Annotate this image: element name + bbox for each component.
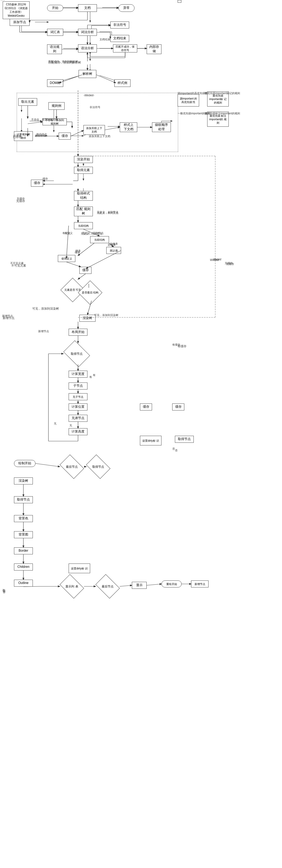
outline-node: Outline [14, 580, 33, 587]
svg-line-111 [120, 585, 132, 586]
svg-line-20 [62, 75, 81, 81]
rule-node: 规则例 [49, 102, 65, 110]
svg-text:无: 无 [54, 422, 57, 425]
render-tree-node: 渲染树 [80, 315, 96, 322]
syntax-analysis-node: 词法分析 [78, 29, 97, 36]
sibling-node: 兄弟节点 [69, 415, 88, 422]
svg-line-85 [78, 274, 86, 279]
svg-line-83 [66, 262, 81, 267]
svg-line-21 [100, 75, 116, 81]
match-rule-tree-node: 匹配 规则树 [74, 207, 93, 216]
cache-node-top: 缓存 [59, 133, 71, 140]
svg-text:文档结束: 文档结束 [100, 38, 110, 41]
calc-width-node: 计算宽度 [69, 371, 88, 378]
set-dirty-node: 设置dirty标 识 [140, 436, 161, 445]
no-cache-label: 无缓存 [16, 199, 25, 203]
cascade-process-node: 级联顺序 处理 [152, 122, 171, 132]
not-inherit-label: 非继承 [107, 243, 116, 247]
svg-text:缓存: 缓存 [42, 177, 48, 180]
is-last-struct-diamond: 是否最后 结构 [80, 282, 101, 303]
no-draw-label: 否 [3, 589, 6, 593]
add-node: 添加节点 [10, 19, 30, 26]
svg-line-100 [35, 463, 60, 467]
grammar-rules-node: 语法规 则 [47, 44, 62, 54]
none-label: 无 [69, 424, 72, 427]
bg-image-node: 背景图 [14, 531, 33, 538]
get-element-node: 取出元素 [18, 98, 37, 106]
path-exists-label: 路径存在 [35, 134, 46, 138]
parse-tree-node: 解析树 [79, 70, 96, 78]
cache3-node: 缓存 [140, 403, 152, 410]
grammar-analysis-node: 语法分析 [78, 44, 97, 53]
get-node2-node: 取得节点 [175, 436, 194, 443]
layout-start-node: 布局开始 [69, 329, 88, 336]
doc-end-node: 文档结束 [110, 35, 129, 42]
get-style-struct-node: 取得样式 结构 [74, 191, 93, 201]
diagram-container: CSS森林 2012年02月01日 《浏览器工作原理》 Webkit/Geoko… [0, 0, 282, 868]
svg-text:新增节点: 新增节点 [38, 330, 49, 333]
get-element2-node: 取得元素 [74, 167, 93, 174]
undefined-leaf-label: 无定义，已到页点 [81, 232, 102, 236]
svg-line-59 [96, 75, 116, 83]
calc-pos-node: 计算位置 [69, 403, 88, 410]
webkit-label: -Webkit- [84, 94, 94, 97]
has-child-label: 有 [89, 375, 92, 379]
vocabulary-node: 词汇表 [47, 29, 63, 36]
style-upper-lower-node: 样式上 下文档 [120, 122, 137, 132]
add-link-node: 添加关联上下文档 [84, 125, 105, 135]
important-high-node: 源important 的高优先级 性 [178, 94, 199, 106]
important-once-node: 一般优先级 important的 规则 [178, 0, 181, 3]
child-node-node: 子节点 [69, 382, 88, 390]
invisible-element-label: 不可见元素 [11, 264, 26, 268]
last-node2-diamond: 最后节点 [96, 577, 120, 596]
document-node: 文档 [78, 4, 97, 12]
no-child-node: 无子节点 [69, 393, 88, 400]
show-list-diamond: 显示列 表 [60, 577, 84, 596]
important-best2-node: 最优先级 标注important的 规则 [207, 112, 229, 127]
webkit-right-label: Webkit [210, 258, 219, 261]
already-exists-label: 已存在 [13, 135, 22, 139]
note-box: CSS森林 2012年02月01日 《浏览器工作原理》 Webkit/Geoko [3, 1, 30, 19]
no2-label: 否 [175, 449, 178, 453]
render-tree2-node: 渲染树 [14, 477, 33, 485]
svg-text:可见，添加到渲染树: 可见，添加到渲染树 [94, 314, 118, 317]
svg-line-81 [78, 243, 94, 255]
cache2-node: 缓存 [31, 180, 43, 187]
current-struct-node: 当前结构 [74, 222, 93, 229]
set-dirty2-node: 设置dirty标 识 [69, 563, 90, 573]
calc-height-node: 计算高度 [69, 428, 88, 435]
last-node-diamond: 最后节点 [60, 457, 84, 476]
svg-text:有: 有 [93, 374, 96, 377]
restart-node: 重绘开始 [161, 581, 182, 587]
draw-start-node: 绘制开始 [14, 460, 35, 467]
no-cache2-label: 无缓存 [226, 262, 234, 266]
new-node2-node: 新增节点 [191, 581, 209, 587]
error-node: 异常 [118, 4, 134, 12]
start-node: 开始 [47, 5, 63, 11]
inherit-label: 继承 [75, 251, 80, 254]
get-node3-diamond: 取得节点 [86, 457, 110, 476]
use-defined-node: 使用定义 [58, 255, 75, 262]
default-val-node: 就认值 [106, 247, 121, 254]
svg-line-79 [66, 226, 69, 258]
illegal-char-node: 非法符号 [110, 22, 129, 29]
svg-text:一般优先级important的规则: 一般优先级important的规则 [178, 112, 211, 115]
has-cache-label: 有缓存 [178, 344, 186, 348]
svg-line-112 [147, 584, 161, 585]
border-node: Border [14, 547, 33, 554]
match-success-label: 匹配成功，添加到解析树 [49, 61, 81, 65]
not-exist-add-node: 不存在，添加到规则树 [42, 118, 67, 125]
style-sheet-node: 样式例 [114, 79, 130, 87]
svg-text:否: 否 [172, 447, 175, 450]
important-best-node: 最优先级 important标 记的规则 [207, 91, 229, 106]
children-node: Children [14, 563, 33, 570]
dom-tree-node: DOM树 [47, 79, 63, 87]
svg-text:缓存: 缓存 [0, 0, 5, 1]
internal-storage-node: 内部存 储 [147, 44, 161, 54]
visible-add-label: 可见，添加到渲染树 [32, 307, 59, 311]
cache4-node: 缓存 [172, 403, 184, 410]
note-text: CSS森林 2012年02月01日 《浏览器工作原理》 Webkit/Geoko [5, 3, 28, 18]
get-node-paint-node: 取得节点 [14, 496, 33, 503]
get-node-diamond: 取得节点 [63, 343, 90, 365]
bg-color-node: 背景色 [14, 515, 33, 522]
